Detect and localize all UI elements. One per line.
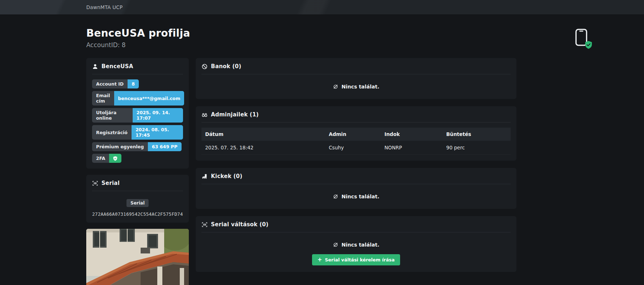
field-label: 2FA [92,154,109,163]
empty-text: Nincs találat. [341,242,379,248]
field-label: Account ID [92,79,128,88]
right-column: Banok (0) Nincs találat. Adminj [196,58,516,272]
ban-slash-circle-icon [201,63,208,70]
bans-panel: Banok (0) Nincs találat. [196,58,516,99]
cell-punishment: 90 perc [443,141,511,155]
table-row: 2025. 07. 25. 18:42 Csuhy NONRP 90 perc [201,141,511,155]
profile-card: BenceUSA Account ID 8 Email cím benceusa… [86,58,189,169]
serial-changes-panel: Serial váltások (0) Nincs találat. + Ser… [196,216,516,272]
empty-set-icon [333,242,338,248]
bans-empty-state: Nincs találat. [201,79,511,93]
divider [201,184,511,184]
field-label: Email cím [92,91,114,106]
cell-admin: Csuhy [325,141,381,155]
serial-changes-empty-state: Nincs találat. [201,238,511,251]
page-title: BenceUSA profilja [86,27,644,39]
kicks-panel-title: Kickek (0) [211,173,242,179]
empty-text: Nincs találat. [341,84,379,90]
divider [92,74,183,74]
divider [201,122,511,123]
adminjails-panel: Adminjailek (1) Dátum Admin Indok Büntet… [196,106,516,161]
column-header-date[interactable]: Dátum [201,128,325,141]
field-email: Email cím benceusa***@gmail.com [92,91,184,106]
column-header-reason[interactable]: Indok [381,128,443,141]
divider [201,232,511,232]
field-account-id: Account ID 8 [92,79,139,88]
handcuffs-icon [201,112,208,118]
profile-fields: Account ID 8 Email cím benceusa***@gmail… [92,79,183,163]
field-label: Utoljára online [92,108,133,123]
serial-change-request-button[interactable]: + Serial váltási kérelem írása [312,254,400,265]
top-navbar: DawnMTA UCP [0,0,644,15]
serial-card: Serial Serial 272AA66A073169542C554AC2F5… [86,175,189,223]
field-label: Prémium egyenleg [92,142,148,151]
page-header: BenceUSA profilja AccountID: 8 [86,27,644,49]
serial-number: 272AA66A073169542C554AC2F575FD74 [92,211,183,217]
user-icon [92,63,98,70]
table-header-row: Dátum Admin Indok Büntetés [201,128,511,141]
bans-panel-title: Banok (0) [211,63,241,70]
field-premium-balance: Prémium egyenleg 63 649 PP [92,142,182,151]
shield-check-icon [585,41,593,49]
empty-set-icon [333,84,338,90]
field-value: benceusa***@gmail.com [114,91,184,106]
field-value: 2025. 09. 14. 17:07 [133,108,183,123]
field-label: Regisztráció [92,125,132,140]
column-header-punishment[interactable]: Büntetés [443,128,511,141]
cell-reason: NONRP [381,141,443,155]
page-subtitle: AccountID: 8 [86,41,644,49]
character-screenshot [86,229,189,285]
field-registration: Regisztráció 2024. 08. 05. 17:45 [92,125,183,140]
shield-check-icon [109,154,121,163]
field-value: 63 649 PP [148,142,182,151]
adminjails-panel-title: Adminjailek (1) [211,111,259,118]
serial-change-request-button-label: Serial váltási kérelem írása [325,257,395,263]
plus-icon: + [317,257,322,263]
main-content: BenceUSA Account ID 8 Email cím benceusa… [86,58,644,285]
empty-text: Nincs találat. [341,194,379,199]
verified-device-indicator [575,28,589,47]
divider [201,74,511,74]
cell-date: 2025. 07. 25. 18:42 [201,141,325,155]
adminjails-table: Dátum Admin Indok Büntetés 2025. 07. 25.… [201,128,511,155]
kicks-panel: Kickek (0) Nincs találat. [196,168,516,209]
serial-changes-panel-title: Serial váltások (0) [211,221,269,228]
barcode-icon [92,180,98,186]
brand-title[interactable]: DawnMTA UCP [86,4,122,10]
divider [92,191,183,191]
column-header-admin[interactable]: Admin [325,128,381,141]
kicks-empty-state: Nincs találat. [201,189,511,203]
field-last-online: Utoljára online 2025. 09. 14. 17:07 [92,108,183,123]
field-2fa: 2FA [92,154,121,163]
boot-icon [201,173,208,179]
field-value: 8 [128,79,139,88]
barcode-icon [201,222,208,228]
field-value: 2024. 08. 05. 17:45 [132,125,183,140]
profile-card-title: BenceUSA [101,63,133,70]
empty-set-icon [333,194,338,199]
serial-card-title: Serial [101,180,120,186]
serial-chip: Serial [126,199,149,207]
left-column: BenceUSA Account ID 8 Email cím benceusa… [86,58,189,285]
